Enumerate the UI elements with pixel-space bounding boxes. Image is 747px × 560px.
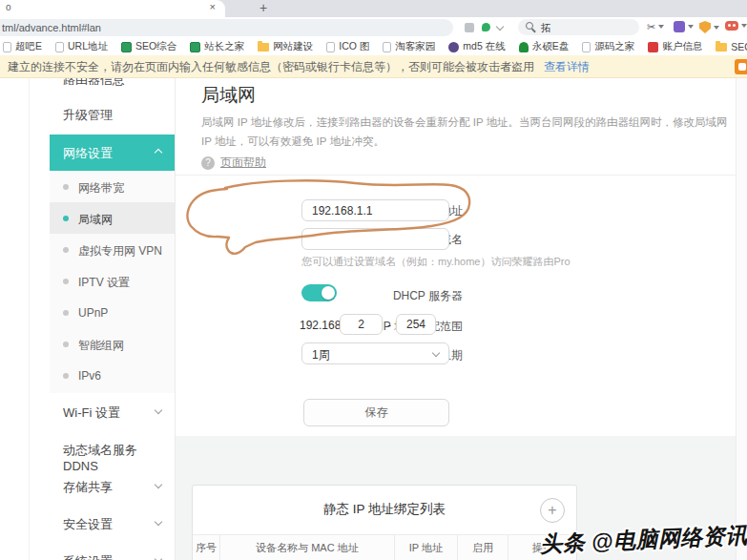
table-header-row: 序号 设备名称与 MAC 地址 IP 地址 启用 操作 xyxy=(193,534,576,560)
router-admin-page: 路由器信息 升级管理 网络设置 网络带宽 局域网 虚拟专用网 VPN IPTV … xyxy=(0,78,747,560)
bookmark-item[interactable]: 站长之家 xyxy=(190,40,244,53)
tab-close-icon[interactable]: × xyxy=(210,1,216,12)
tab-title: o xyxy=(6,2,11,12)
page-icon xyxy=(383,42,391,52)
sidebar-item-lan[interactable]: 局域网 xyxy=(50,202,175,234)
range-end-input[interactable] xyxy=(396,314,436,335)
address-bar[interactable]: tml/advance.html#lan xyxy=(0,19,453,36)
dhcp-toggle[interactable] xyxy=(301,284,337,301)
divider xyxy=(176,175,747,176)
sidebar-item-label: 存储共享 xyxy=(63,479,113,496)
bookmark-label: 账户信息 xyxy=(662,40,702,53)
chevron-down-icon[interactable] xyxy=(496,23,504,31)
gamepad-icon xyxy=(725,21,738,31)
page-left-edge xyxy=(29,78,30,560)
bookmark-item[interactable]: md5 在线 xyxy=(448,40,505,53)
bullet-icon xyxy=(63,216,69,221)
bookmark-item[interactable]: SEO综合 xyxy=(121,40,176,53)
static-ip-binding-table: 静态 IP 地址绑定列表 + 序号 设备名称与 MAC 地址 IP 地址 启用 … xyxy=(192,485,577,560)
sidebar-item-label: 智能组网 xyxy=(78,338,124,354)
bookmark-item[interactable]: 账户信息 xyxy=(648,40,702,53)
bookmark-label: 淘客家园 xyxy=(395,40,435,53)
new-tab-button[interactable]: + xyxy=(259,0,267,15)
sidebar-item-label: 系统设置 xyxy=(63,553,113,560)
bookmark-item[interactable]: 源码之家 xyxy=(582,40,634,53)
purple-app-icon xyxy=(674,21,685,32)
caret-icon xyxy=(658,25,664,29)
sidebar-item-label: IPv6 xyxy=(78,369,101,383)
help-icon: ? xyxy=(201,156,215,170)
bookmark-label: 站长之家 xyxy=(204,40,244,53)
lan-settings-panel: 局域网 局域网 IP 地址修改后，连接到路由器的设备会重新分配 IP 地址。当两… xyxy=(175,78,747,560)
toolbar-search[interactable]: 拓 xyxy=(518,19,639,35)
save-button[interactable]: 保存 xyxy=(303,399,449,426)
shield-extension-button[interactable] xyxy=(699,21,719,33)
domain-input[interactable] xyxy=(301,228,449,250)
range-start-input[interactable] xyxy=(340,314,383,335)
add-binding-button[interactable]: + xyxy=(540,498,565,523)
lease-select[interactable]: 1周 xyxy=(301,342,449,364)
chevron-up-icon xyxy=(155,149,162,156)
domain-hint: 您可以通过设置域名（例如：my.home）访问荣耀路由Pro xyxy=(301,255,571,269)
bookmark-item[interactable]: URL地址 xyxy=(55,40,108,53)
folder-icon xyxy=(716,43,727,52)
bookmark-label: 永硕E盘 xyxy=(532,40,570,53)
sidebar-item-iptv[interactable]: IPTV 设置 xyxy=(50,265,175,297)
sidebar-item-ddns[interactable]: 动态域名服务 DDNS xyxy=(50,430,175,467)
sidebar-item-ipv6[interactable]: IPv6 xyxy=(50,360,175,391)
chevron-down-icon xyxy=(155,555,162,560)
extensions-grid-icon[interactable] xyxy=(465,23,474,32)
sidebar-item-security-settings[interactable]: 安全设置 xyxy=(50,505,175,542)
screenshot-extension-button[interactable]: ✂ xyxy=(647,21,664,32)
chevron-down-icon xyxy=(155,406,162,414)
red-site-icon xyxy=(648,42,658,52)
bookmark-item[interactable]: 永硕E盘 xyxy=(519,40,570,53)
green-site-icon xyxy=(121,42,132,52)
warning-details-link[interactable]: 查看详情 xyxy=(544,60,590,73)
lan-ip-input[interactable] xyxy=(301,199,449,221)
bullet-icon xyxy=(63,373,69,379)
bookmark-item[interactable]: ICO 图 xyxy=(326,40,369,53)
bookmark-item[interactable]: SEO xyxy=(716,41,747,52)
sidebar-item-storage[interactable]: 存储共享 xyxy=(50,467,175,505)
warning-text: 建立的连接不安全，请勿在页面内输入任何敏感信息（密码或银行卡信息等），否则可能会… xyxy=(8,55,590,78)
column-header: IP 地址 xyxy=(394,535,457,560)
bookmark-item[interactable]: 淘客家园 xyxy=(383,40,435,53)
range-dash: - xyxy=(387,319,391,332)
page-help-link[interactable]: ? 页面帮助 xyxy=(201,155,266,171)
chevron-down-icon xyxy=(432,349,440,357)
notification-icon[interactable] xyxy=(735,59,747,74)
tab-strip: o × + xyxy=(0,0,747,17)
chevron-down-icon xyxy=(155,481,162,488)
bookmark-item[interactable]: 网站建设 xyxy=(258,40,313,53)
sidebar-item-network-settings[interactable]: 网络设置 xyxy=(50,135,175,171)
sidebar: 路由器信息 升级管理 网络设置 网络带宽 局域网 虚拟专用网 VPN IPTV … xyxy=(50,78,175,560)
sidebar-item-system-settings[interactable]: 系统设置 xyxy=(50,542,175,560)
scrollbar-gutter[interactable] xyxy=(736,78,747,560)
sidebar-item-bandwidth[interactable]: 网络带宽 xyxy=(50,171,175,202)
bookmark-label: md5 在线 xyxy=(463,40,505,53)
browser-tab[interactable]: o × xyxy=(0,0,225,17)
sidebar-item-label: 网络带宽 xyxy=(78,180,124,197)
bullet-icon xyxy=(63,184,69,190)
table-title: 静态 IP 地址绑定列表 xyxy=(193,486,576,533)
security-warning-bar: 建立的连接不安全，请勿在页面内输入任何敏感信息（密码或银行卡信息等），否则可能会… xyxy=(0,55,747,78)
sidebar-item-label: 虚拟专用网 VPN xyxy=(78,243,162,259)
sidebar-item-wifi[interactable]: Wi-Fi 设置 xyxy=(50,393,175,430)
boost-icon[interactable] xyxy=(482,23,490,31)
sidebar-item-vpn[interactable]: 虚拟专用网 VPN xyxy=(50,234,175,265)
purple-extension-button[interactable] xyxy=(674,21,694,32)
toolbar: tml/advance.html#lan 拓 ✂ xyxy=(0,17,747,38)
column-header: 序号 xyxy=(193,535,219,560)
tree-icon xyxy=(519,42,529,52)
bookmark-label: SEO xyxy=(731,41,747,52)
sidebar-item-mesh[interactable]: 智能组网 xyxy=(50,328,175,360)
bookmark-label: 超吧E xyxy=(15,40,42,53)
bookmark-label: 网站建设 xyxy=(273,40,313,53)
game-extension-button[interactable] xyxy=(725,21,747,31)
caret-icon xyxy=(688,25,694,29)
sidebar-item-label: UPnP xyxy=(78,306,108,320)
bookmark-item[interactable]: 超吧E xyxy=(3,40,42,53)
sidebar-item-upnp[interactable]: UPnP xyxy=(50,297,175,328)
bookmark-label: ICO 图 xyxy=(339,40,369,53)
